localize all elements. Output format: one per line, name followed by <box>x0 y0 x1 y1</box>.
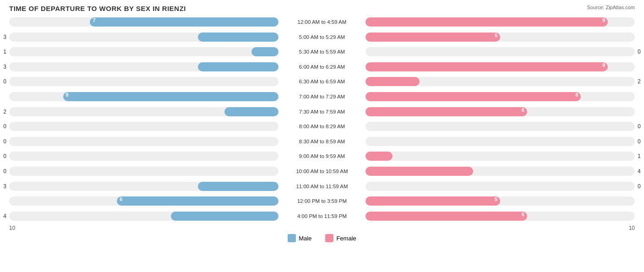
time-label: 7:00 AM to 7:29 AM <box>278 94 366 99</box>
left-section: 0 <box>9 120 278 133</box>
left-section: 4 <box>9 209 278 223</box>
male-bar-track: 7 <box>9 17 278 27</box>
male-value-outside: 3 <box>3 34 6 40</box>
chart-container: TIME OF DEPARTURE TO WORK BY SEX IN RIEN… <box>0 0 644 272</box>
male-bar-track: 0 <box>9 152 278 161</box>
female-value-zero: 0 <box>638 123 641 130</box>
bar-row: 3 6:00 AM to 6:29 AM 9 <box>9 60 635 74</box>
female-bar-fill: 9 <box>366 17 608 27</box>
male-bar-fill: 8 <box>63 92 278 101</box>
legend-female-label: Female <box>336 235 356 242</box>
left-section: 8 <box>9 90 278 103</box>
male-bar-track: 0 <box>9 167 278 176</box>
time-label: 7:30 AM to 7:59 AM <box>278 109 366 114</box>
time-label: 4:00 PM to 11:59 PM <box>278 213 366 219</box>
time-label: 8:30 AM to 8:59 AM <box>278 139 366 144</box>
female-bar-track: 5 <box>366 196 635 206</box>
male-value-zero: 0 <box>3 168 6 174</box>
male-value-zero: 0 <box>3 78 6 85</box>
female-value-outside: 2 <box>638 78 641 85</box>
female-value-zero: 0 <box>638 49 641 55</box>
male-value-inside: 8 <box>66 92 69 98</box>
male-value-inside: 6 <box>120 196 122 202</box>
left-section: 3 <box>9 60 278 74</box>
male-bar-track: 0 <box>9 122 278 131</box>
right-section: 6 <box>366 105 635 119</box>
male-value-zero: 0 <box>3 153 6 159</box>
right-section: 5 <box>366 30 635 44</box>
left-section: 0 <box>9 75 278 88</box>
female-bar-fill <box>366 152 393 161</box>
right-section: 0 <box>366 180 635 193</box>
time-label: 12:00 PM to 3:59 PM <box>278 198 366 204</box>
axis-right-label: 10 <box>629 225 635 231</box>
female-bar-track: 2 <box>366 77 635 86</box>
left-section: 3 <box>9 30 278 44</box>
left-section: 0 <box>9 135 278 148</box>
legend: Male Female <box>9 234 635 242</box>
bar-row: 0 9:00 AM to 9:59 AM 1 <box>9 149 635 163</box>
female-value-inside: 5 <box>495 33 497 38</box>
legend-female-box <box>325 234 333 242</box>
male-bar-fill <box>198 33 278 42</box>
rows-wrapper: 7 12:00 AM to 4:59 AM 9 3 5:00 AM to <box>9 15 635 223</box>
left-section: 7 <box>9 15 278 29</box>
female-bar-track: 0 <box>366 137 635 146</box>
bar-row: 4 4:00 PM to 11:59 PM 6 <box>9 209 635 223</box>
female-value-outside: 4 <box>638 168 641 174</box>
legend-male-box <box>288 234 296 242</box>
male-value-outside: 3 <box>3 183 6 190</box>
bar-row: 3 5:00 AM to 5:29 AM 5 <box>9 30 635 44</box>
male-value-inside: 7 <box>93 17 95 23</box>
male-value-outside: 2 <box>3 109 6 115</box>
male-bar-fill: 6 <box>117 196 278 206</box>
male-bar-track: 6 <box>9 196 278 206</box>
right-section: 8 <box>366 90 635 103</box>
female-bar-track: 0 <box>366 122 635 131</box>
left-section: 6 <box>9 194 278 208</box>
bottom-area: 10 10 Male Female <box>9 223 635 242</box>
male-value-outside: 3 <box>3 64 6 70</box>
female-bar-fill: 5 <box>366 33 500 42</box>
bar-row: 7 12:00 AM to 4:59 AM 9 <box>9 15 635 29</box>
bar-row: 0 6:30 AM to 6:59 AM 2 <box>9 75 635 88</box>
time-label: 5:00 AM to 5:29 AM <box>278 34 366 40</box>
bar-row: 6 12:00 PM to 3:59 PM 5 <box>9 194 635 208</box>
right-section: 0 <box>366 45 635 59</box>
male-bar-track: 8 <box>9 92 278 101</box>
axis-labels: 10 10 <box>9 225 635 231</box>
male-bar-track: 0 <box>9 77 278 86</box>
bar-row: 3 11:00 AM to 11:59 AM 0 <box>9 180 635 193</box>
left-section: 2 <box>9 105 278 119</box>
female-value-inside: 5 <box>495 196 497 202</box>
right-section: 9 <box>366 60 635 74</box>
male-bar-track: 3 <box>9 33 278 42</box>
right-section: 1 <box>366 149 635 163</box>
female-bar-track: 6 <box>366 107 635 116</box>
time-label: 6:30 AM to 6:59 AM <box>278 79 366 84</box>
male-bar-track: 1 <box>9 47 278 56</box>
right-section: 9 <box>366 15 635 29</box>
male-bar-fill <box>251 47 278 56</box>
female-bar-track: 0 <box>366 47 635 56</box>
male-bar-fill <box>198 62 278 71</box>
male-bar-track: 0 <box>9 137 278 146</box>
time-label: 11:00 AM to 11:59 AM <box>278 184 366 189</box>
left-section: 1 <box>9 45 278 59</box>
male-value-zero: 0 <box>3 123 6 130</box>
female-value-inside: 6 <box>522 107 524 113</box>
chart-area: 7 12:00 AM to 4:59 AM 9 3 5:00 AM to <box>9 15 635 237</box>
female-bar-fill: 9 <box>366 62 608 71</box>
male-value-outside: 1 <box>3 49 6 55</box>
right-section: 0 <box>366 135 635 148</box>
chart-title: TIME OF DEPARTURE TO WORK BY SEX IN RIEN… <box>9 5 635 12</box>
female-bar-track: 1 <box>366 152 635 161</box>
female-bar-fill: 5 <box>366 196 500 206</box>
bar-row: 0 10:00 AM to 10:59 AM 4 <box>9 164 635 178</box>
female-bar-track: 4 <box>366 167 635 176</box>
female-bar-fill: 8 <box>366 92 581 101</box>
male-bar-track: 3 <box>9 62 278 71</box>
male-bar-track: 4 <box>9 212 278 221</box>
axis-left-label: 10 <box>9 225 15 231</box>
time-label: 5:30 AM to 5:59 AM <box>278 49 366 54</box>
